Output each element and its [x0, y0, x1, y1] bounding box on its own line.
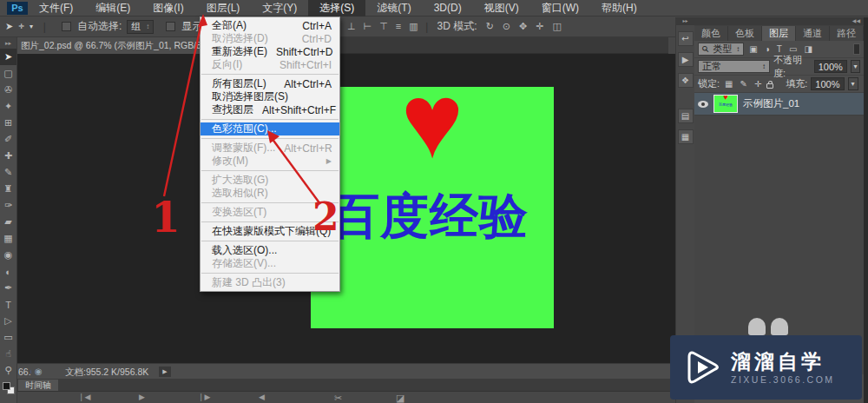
menu-layer[interactable]: 图层(L): [195, 0, 252, 17]
lock-transparency-icon[interactable]: ▦: [725, 79, 733, 89]
dock-collapse-icon[interactable]: ◀◀: [694, 17, 864, 25]
menu-item-find-layers[interactable]: 查找图层Alt+Shift+Ctrl+F: [201, 103, 339, 116]
layer-visibility-eye-icon[interactable]: [698, 101, 708, 108]
tab-color[interactable]: 颜色: [694, 26, 728, 41]
menu-item-transform-selection[interactable]: 变换选区(T): [201, 206, 339, 219]
menu-file[interactable]: 文件(F): [28, 0, 84, 17]
menu-item-inverse[interactable]: 反向(I)Shift+Ctrl+I: [201, 58, 339, 71]
crop-tool[interactable]: ⊞: [0, 115, 16, 131]
3d-roll-icon[interactable]: ⊙: [503, 21, 510, 32]
distribute-icon[interactable]: ▥: [409, 21, 418, 32]
lock-position-icon[interactable]: ✛: [754, 79, 761, 89]
filter-type-layers-icon[interactable]: T: [777, 44, 782, 54]
menu-help[interactable]: 帮助(H): [590, 0, 648, 17]
gradient-tool[interactable]: ▦: [0, 230, 16, 247]
menu-item-deselect-layers[interactable]: 取消选择图层(S): [201, 90, 339, 103]
3d-drag-icon[interactable]: ✥: [519, 21, 527, 32]
show-transform-checkbox[interactable]: [166, 22, 175, 31]
menu-window[interactable]: 窗口(W): [530, 0, 590, 17]
menu-item-save-selection[interactable]: 存储选区(V)...: [201, 257, 339, 270]
filter-adjustment-layers-icon[interactable]: ◑: [765, 44, 770, 54]
align-center-icon[interactable]: ≡: [396, 21, 401, 32]
menu-filter[interactable]: 滤镜(T): [365, 0, 422, 17]
menu-item-grow[interactable]: 扩大选取(G): [201, 174, 339, 187]
document-canvas[interactable]: ♥ 百度经验: [311, 87, 554, 328]
3d-slide-icon[interactable]: ✛: [536, 21, 543, 32]
menu-item-color-range[interactable]: 色彩范围(C)...: [201, 122, 339, 135]
opacity-value[interactable]: 100%: [814, 60, 847, 73]
tab-layers[interactable]: 图层: [762, 26, 796, 41]
auto-select-checkbox[interactable]: [62, 22, 71, 31]
pen-tool[interactable]: ✒: [0, 280, 16, 296]
filter-pixel-layers-icon[interactable]: ▣: [749, 44, 757, 54]
foreground-color-swatch[interactable]: [3, 382, 10, 390]
hand-tool[interactable]: ☝: [0, 346, 16, 362]
zoom-tool[interactable]: ⚲: [0, 362, 16, 379]
prev-frame-icon[interactable]: ◀: [259, 393, 265, 401]
play-icon[interactable]: ▶: [139, 393, 145, 401]
fill-value[interactable]: 100%: [811, 77, 844, 90]
marquee-tool[interactable]: ▢: [0, 65, 16, 82]
status-menu-button[interactable]: ▶: [159, 367, 171, 377]
filter-type-combo[interactable]: ⚲ 类型 ↕: [698, 43, 744, 56]
menu-item-deselect[interactable]: 取消选择(D)Ctrl+D: [201, 32, 339, 45]
magic-wand-tool[interactable]: ✦: [0, 98, 16, 115]
actions-panel-icon[interactable]: ▶: [678, 52, 694, 67]
lasso-tool[interactable]: ✇: [0, 82, 16, 98]
align-top-icon[interactable]: ⊤: [379, 21, 388, 32]
layer-thumbnail[interactable]: ♥ 百度经验: [713, 95, 738, 113]
3d-scale-icon[interactable]: ◫: [553, 21, 562, 32]
menu-item-all-layers[interactable]: 所有图层(L)Alt+Ctrl+A: [201, 77, 339, 90]
menu-item-new-3d-extrusion[interactable]: 新建 3D 凸出(3): [201, 276, 339, 289]
filter-shape-layers-icon[interactable]: ▭: [789, 44, 797, 54]
brush-tool[interactable]: ✎: [0, 164, 16, 181]
history-brush-tool[interactable]: ✑: [0, 197, 16, 214]
menu-item-load-selection[interactable]: 载入选区(O)...: [201, 244, 339, 257]
lock-pixels-icon[interactable]: ✎: [740, 79, 747, 89]
menu-item-modify[interactable]: 修改(M)▶: [201, 155, 339, 168]
menu-type[interactable]: 文字(Y): [251, 0, 308, 17]
menu-item-reselect[interactable]: 重新选择(E)Shift+Ctrl+D: [201, 45, 339, 58]
menu-3d[interactable]: 3D(D): [423, 0, 473, 17]
3d-rotate-icon[interactable]: ↻: [486, 21, 494, 32]
next-frame-icon[interactable]: ❘▶: [198, 393, 210, 401]
menu-select[interactable]: 选择(S): [308, 0, 365, 17]
tab-swatches[interactable]: 色板: [728, 26, 762, 41]
auto-select-combo[interactable]: 组 ↕: [127, 20, 154, 34]
align-bottom-icon[interactable]: ⊥: [347, 21, 356, 32]
tab-channels[interactable]: 通道: [796, 26, 830, 41]
healing-brush-tool[interactable]: ✚: [0, 148, 16, 164]
clone-stamp-tool[interactable]: ♜: [0, 181, 16, 197]
menu-edit[interactable]: 编辑(E): [84, 0, 141, 17]
first-frame-icon[interactable]: ❘◀: [78, 393, 90, 401]
blur-tool[interactable]: ◉: [0, 247, 16, 263]
paragraph-panel-icon[interactable]: ▦: [678, 129, 694, 144]
menu-item-refine-mask[interactable]: 调整蒙版(F)...Alt+Ctrl+R: [201, 142, 339, 155]
opacity-dropdown-icon[interactable]: ▾: [851, 60, 860, 73]
layer-row[interactable]: ♥ 百度经验 示例图片_01: [694, 93, 864, 116]
menu-view[interactable]: 视图(V): [473, 0, 530, 17]
eyedropper-tool[interactable]: ✐: [0, 131, 16, 148]
tab-paths[interactable]: 路径: [830, 26, 864, 41]
timeline-tab[interactable]: 时间轴: [18, 380, 58, 391]
zoom-level-field[interactable]: 66.67%: [18, 367, 31, 377]
shape-tool[interactable]: ▭: [0, 329, 16, 346]
lock-all-icon[interactable]: [766, 83, 773, 89]
preset-dropdown-icon[interactable]: ▾: [30, 23, 33, 30]
eraser-tool[interactable]: ▰: [0, 214, 16, 230]
menu-item-quick-mask[interactable]: 在快速蒙版模式下编辑(Q): [201, 225, 339, 238]
move-tool[interactable]: ➤: [0, 49, 16, 65]
filter-switch[interactable]: [853, 43, 860, 55]
blend-mode-combo[interactable]: 正常 ↕: [698, 60, 770, 73]
character-panel-icon[interactable]: ▤: [678, 109, 694, 123]
menu-item-similar[interactable]: 选取相似(R): [201, 187, 339, 200]
dodge-tool[interactable]: ◐: [0, 263, 16, 280]
document-tab[interactable]: 图片_02.psd @ 66.7% (示例图片_01, RGB/8#) * ×: [17, 37, 214, 54]
type-tool[interactable]: T: [0, 296, 16, 313]
properties-panel-icon[interactable]: ❖: [678, 73, 694, 88]
history-panel-icon[interactable]: ↩: [678, 31, 694, 46]
menu-image[interactable]: 图像(I): [141, 0, 194, 17]
toolbar-collapse-icon[interactable]: ▸▸: [0, 37, 16, 49]
filter-smart-objects-icon[interactable]: ◨: [804, 44, 812, 54]
path-select-tool[interactable]: ▷: [0, 313, 16, 329]
